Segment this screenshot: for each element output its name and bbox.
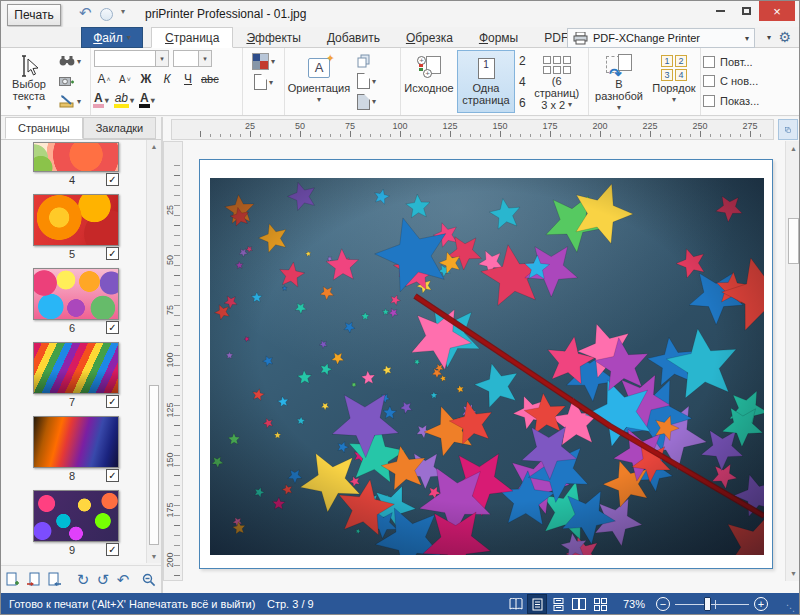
scroll-up-icon[interactable]: ▲	[786, 145, 800, 152]
copies-button[interactable]	[355, 52, 378, 70]
grow-font-button[interactable]: A˄	[94, 70, 114, 88]
file-menu-button[interactable]: Файл ▾	[81, 27, 143, 48]
page-color-button[interactable]: ▾	[250, 52, 277, 70]
page-setup-button[interactable]	[778, 119, 798, 140]
pages-count-6[interactable]: 6	[519, 96, 526, 110]
facing-pages-view-button[interactable]	[570, 595, 588, 613]
page-checkbox[interactable]: ✓	[106, 469, 119, 482]
toggle-С нов[interactable]: С нов...	[703, 75, 785, 87]
sidebar-tab-Закладки[interactable]: Закладки	[83, 117, 157, 139]
page-thumbnail-9[interactable]: 9✓	[33, 490, 119, 559]
maximize-button[interactable]	[733, 1, 759, 21]
thumbnail-image[interactable]	[33, 268, 119, 320]
tab-Добавить[interactable]: Добавить	[314, 27, 393, 48]
page-background-button[interactable]: ▾	[252, 73, 275, 91]
paper-size-button[interactable]: ▾	[355, 72, 378, 90]
page-thumbnail-6[interactable]: 6✓	[33, 268, 119, 337]
one-page-button[interactable]: 1 Одна страница	[457, 50, 515, 113]
pages-count-4[interactable]: 4	[519, 75, 526, 89]
continuous-view-button[interactable]	[549, 595, 567, 613]
book-view-button[interactable]	[507, 595, 525, 613]
find-button[interactable]: ▾	[57, 52, 83, 70]
font-size-input[interactable]	[173, 50, 199, 67]
page-checkbox[interactable]: ✓	[106, 321, 119, 334]
shuffle-pages-button[interactable]: ↷ В разнобой ▾	[589, 50, 649, 113]
redo-icon[interactable]	[100, 8, 113, 21]
grid-view-button[interactable]	[591, 595, 609, 613]
sidebar-scrollbar[interactable]: ▲ ▼	[146, 140, 161, 563]
margins-button[interactable]: ▾	[355, 93, 378, 111]
zoom-out-button[interactable]: −	[656, 597, 670, 611]
thumbnail-image[interactable]	[33, 142, 119, 172]
thumbnail-image[interactable]	[33, 342, 119, 394]
undo-icon[interactable]: ↶	[79, 4, 92, 22]
printer-options-dropdown[interactable]: ▾	[767, 33, 771, 42]
toggle-Показ[interactable]: Показ...	[703, 95, 785, 107]
gear-icon[interactable]: ⚙	[778, 29, 791, 45]
pages-count-2[interactable]: 2	[519, 54, 526, 68]
zoom-slider-track[interactable]	[675, 604, 749, 605]
six-pages-button[interactable]: (6 страниц) 3 х 2▾	[530, 50, 584, 113]
measure-button[interactable]: ▾	[57, 93, 83, 111]
preview-page[interactable]	[199, 159, 773, 569]
tab-Формы[interactable]: Формы	[466, 27, 531, 48]
sidebar-tab-Страницы[interactable]: Страницы	[5, 117, 83, 139]
thumbnail-image[interactable]	[33, 490, 119, 542]
zoom-out-thumbnails-button[interactable]	[142, 571, 156, 589]
snapshot-button[interactable]	[57, 72, 83, 90]
scrollbar-thumb[interactable]	[149, 385, 159, 545]
resize-grip[interactable]: ⋱	[786, 603, 796, 613]
italic-button[interactable]: К	[157, 70, 177, 88]
insert-after-button[interactable]	[47, 571, 62, 589]
page-thumbnail-7[interactable]: 7✓	[33, 342, 119, 411]
tab-Эффекты[interactable]: Эффекты	[233, 27, 314, 48]
rotate-180-button[interactable]: ↶	[116, 571, 130, 589]
ruler-label: 175	[542, 121, 557, 131]
bold-button[interactable]: Ж	[136, 70, 156, 88]
preview-scrollbar[interactable]: ▲ ▼	[785, 141, 800, 581]
zoom-slider-thumb[interactable]	[704, 597, 711, 611]
tab-Страница[interactable]: Страница	[151, 27, 233, 48]
page-checkbox[interactable]: ✓	[106, 543, 119, 556]
zoom-in-button[interactable]: +	[754, 597, 768, 611]
rotate-cw-button[interactable]: ↻	[76, 571, 90, 589]
underline-button[interactable]: Ч	[178, 70, 198, 88]
page-thumbnail-4[interactable]: 4✓	[33, 142, 119, 189]
page-thumbnail-5[interactable]: 5✓	[33, 194, 119, 263]
thumbnail-image[interactable]	[33, 194, 119, 246]
ribbon-group-font: ▾ ▾ A˄ A˅ Ж К Ч abc A ▾	[91, 48, 243, 115]
strikethrough-button[interactable]: abc	[199, 70, 221, 88]
page-checkbox[interactable]: ✓	[106, 395, 119, 408]
orientation-button[interactable]: A✦ Ориентация ▾	[285, 50, 353, 113]
rotate-ccw-button[interactable]: ↺	[96, 571, 110, 589]
thumbnail-image[interactable]	[33, 416, 119, 468]
single-page-view-button[interactable]	[528, 595, 546, 613]
printer-selector[interactable]: PDF-XChange Printer ▾	[567, 28, 755, 48]
text-highlight-button[interactable]: A ▾	[94, 92, 109, 105]
text-style-button[interactable]: ab ▾	[115, 92, 134, 105]
qat-customize-icon[interactable]: ▾	[121, 7, 125, 16]
font-name-input[interactable]	[94, 50, 156, 67]
add-page-button[interactable]	[6, 571, 20, 589]
insert-before-button[interactable]	[26, 571, 41, 589]
scrollbar-thumb[interactable]	[788, 218, 799, 264]
page-checkbox[interactable]: ✓	[106, 247, 119, 260]
toggle-Повт[interactable]: Повт...	[703, 56, 785, 68]
shrink-font-button[interactable]: A˅	[115, 70, 135, 88]
tab-Обрезка[interactable]: Обрезка	[393, 27, 466, 48]
scroll-down-icon[interactable]: ▼	[786, 570, 800, 577]
select-text-button[interactable]: Выбор текста ▾	[3, 50, 55, 113]
close-button[interactable]: ×	[759, 1, 795, 21]
scroll-down-icon[interactable]: ▼	[147, 553, 161, 560]
page-thumbnail-8[interactable]: 8✓	[33, 416, 119, 485]
minimize-button[interactable]	[707, 1, 733, 21]
original-label: Исходное	[404, 82, 453, 94]
font-size-combo[interactable]: ▾	[173, 50, 212, 67]
scroll-up-icon[interactable]: ▲	[147, 143, 161, 150]
print-button[interactable]: Печать	[7, 4, 61, 26]
font-name-combo[interactable]: ▾	[94, 50, 169, 67]
font-color-button[interactable]: A ▾	[140, 92, 155, 105]
original-layout-button[interactable]: ++ Исходное	[401, 50, 457, 113]
page-checkbox[interactable]: ✓	[106, 173, 119, 186]
page-order-button[interactable]: 1234 Порядок ▾	[649, 50, 699, 113]
